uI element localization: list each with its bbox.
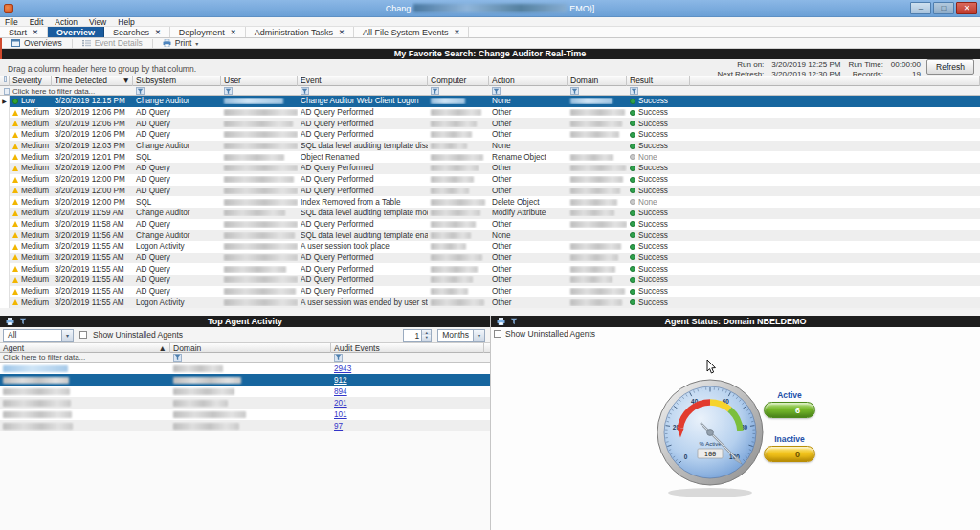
toolbar-print[interactable]: Print▾ xyxy=(157,38,205,49)
audit-events-link[interactable]: 101 xyxy=(334,410,347,419)
tab-deployment[interactable]: Deployment✕ xyxy=(170,27,246,37)
tab-close-icon[interactable]: ✕ xyxy=(155,29,161,36)
severity-cell: Low xyxy=(10,97,52,105)
minimize-button[interactable]: – xyxy=(910,2,931,14)
mouse-cursor xyxy=(706,360,720,375)
filter-funnel-icon[interactable] xyxy=(173,354,182,362)
event-row[interactable]: ▶Low3/20/2019 12:15 PMChange AuditorChan… xyxy=(0,96,980,107)
menu-view[interactable]: View xyxy=(89,17,106,27)
column-header-severity[interactable]: Severity xyxy=(10,76,52,86)
severity-label: Medium xyxy=(21,198,49,207)
tab-all-file-system-events[interactable]: All File System Events✕ xyxy=(354,27,469,37)
tab-start[interactable]: Start✕ xyxy=(0,27,48,37)
tab-label: Searches xyxy=(113,28,149,37)
period-unit-select[interactable]: Months ▾ xyxy=(437,329,485,342)
agent-row[interactable]: 894 xyxy=(0,386,490,397)
event-row[interactable]: Medium3/20/2019 11:55 AMAD QueryAD Query… xyxy=(0,263,980,275)
filter-funnel-icon[interactable] xyxy=(570,87,579,95)
column-label: Severity xyxy=(12,76,42,86)
event-row[interactable]: Medium3/20/2019 11:58 AMAD QueryAD Query… xyxy=(0,219,980,231)
redacted-user xyxy=(224,131,298,138)
tab-searches[interactable]: Searches✕ xyxy=(104,27,170,37)
tab-close-icon[interactable]: ✕ xyxy=(231,29,236,36)
event-row[interactable]: Medium3/20/2019 11:59 AMChange AuditorSQ… xyxy=(0,208,980,219)
audit-events-link[interactable]: 894 xyxy=(334,387,347,396)
agent-filter-cell xyxy=(170,354,331,362)
tab-close-icon[interactable]: ✕ xyxy=(339,29,345,36)
user-cell xyxy=(221,165,298,171)
event-row[interactable]: Medium3/20/2019 12:06 PMAD QueryAD Query… xyxy=(0,129,980,141)
column-header-domain[interactable]: Domain xyxy=(568,76,627,86)
agent-filter-hint[interactable]: Click here to filter data... xyxy=(0,353,170,362)
event-row[interactable]: Medium3/20/2019 12:03 PMChange AuditorSQ… xyxy=(0,141,980,152)
event-row[interactable]: Medium3/20/2019 11:56 AMChange AuditorSQ… xyxy=(0,230,980,241)
column-header-subsystem[interactable]: Subsystem xyxy=(133,76,221,86)
agent-scope-select[interactable]: All ▾ xyxy=(3,329,74,342)
filter-funnel-icon[interactable] xyxy=(136,87,145,95)
severity-label: Medium xyxy=(21,232,49,240)
maximize-button[interactable]: □ xyxy=(933,2,954,14)
column-header-result[interactable]: Result xyxy=(627,76,690,86)
column-header-user[interactable]: User xyxy=(221,76,298,86)
menu-action[interactable]: Action xyxy=(55,17,78,27)
event-row[interactable]: Medium3/20/2019 11:55 AMAD QueryAD Query… xyxy=(0,275,980,286)
redacted-domain xyxy=(570,165,626,171)
result-success-icon xyxy=(630,210,635,216)
refresh-button[interactable]: Refresh xyxy=(926,59,974,75)
event-row[interactable]: Medium3/20/2019 11:55 AMAD QueryAD Query… xyxy=(0,286,980,298)
audit-events-link[interactable]: 912 xyxy=(334,376,347,385)
event-row[interactable]: Medium3/20/2019 12:00 PMAD QueryAD Query… xyxy=(0,163,980,174)
chevron-down-icon[interactable]: ▾ xyxy=(61,330,73,341)
severity-medium-icon xyxy=(12,166,18,171)
toolbar-overviews[interactable]: Overviews xyxy=(6,38,68,49)
menu-edit[interactable]: Edit xyxy=(30,17,44,27)
menu-help[interactable]: Help xyxy=(118,17,134,27)
event-row[interactable]: Medium3/20/2019 11:55 AMLogon ActivityA … xyxy=(0,241,980,253)
filter-hint[interactable]: Click here to filter data... xyxy=(10,86,133,96)
agent-row[interactable]: 2943 xyxy=(0,363,490,374)
event-row[interactable]: Medium3/20/2019 12:01 PMSQLObject Rename… xyxy=(0,151,980,163)
audit-events-link[interactable]: 97 xyxy=(334,422,343,431)
event-row[interactable]: Medium3/20/2019 12:06 PMAD QueryAD Query… xyxy=(0,107,980,119)
column-header-computer[interactable]: Computer xyxy=(428,76,489,86)
event-row[interactable]: Medium3/20/2019 12:00 PMAD QueryAD Query… xyxy=(0,186,980,197)
filter-funnel-icon[interactable] xyxy=(431,87,439,95)
agent-row[interactable]: 97 xyxy=(0,420,490,431)
filter-funnel-icon[interactable] xyxy=(301,87,309,95)
filter-funnel-icon[interactable] xyxy=(224,87,233,95)
audit-events-link[interactable]: 201 xyxy=(334,399,347,408)
agent-filter-row[interactable]: Click here to filter data... xyxy=(0,353,490,363)
close-button[interactable]: ✕ xyxy=(956,2,977,14)
filter-funnel-icon[interactable] xyxy=(630,87,638,95)
result-cell: Success xyxy=(627,130,690,139)
tab-administration-tasks[interactable]: Administration Tasks✕ xyxy=(246,27,354,37)
tab-close-icon[interactable]: ✕ xyxy=(455,29,460,36)
agent-row[interactable]: 201 xyxy=(0,397,490,409)
filter-funnel-icon[interactable] xyxy=(334,354,343,362)
column-header-event[interactable]: Event xyxy=(298,76,428,86)
column-header-time-detected[interactable]: Time Detected▼ xyxy=(52,76,133,86)
show-uninstalled-checkbox[interactable] xyxy=(494,330,501,338)
event-row[interactable]: Medium3/20/2019 11:55 AMLogon ActivityA … xyxy=(0,297,980,308)
agent-row[interactable]: 101 xyxy=(0,409,490,420)
chevron-down-icon[interactable]: ▾ xyxy=(473,330,484,341)
menu-file[interactable]: File xyxy=(5,17,18,27)
event-row[interactable]: Medium3/20/2019 11:55 AMAD QueryAD Query… xyxy=(0,253,980,264)
event-row[interactable]: Medium3/20/2019 12:00 PMSQLIndex Removed… xyxy=(0,196,980,208)
show-uninstalled-checkbox[interactable] xyxy=(79,331,87,339)
event-row[interactable]: Medium3/20/2019 12:00 PMAD QueryAD Query… xyxy=(0,174,980,186)
tab-close-icon[interactable]: ✕ xyxy=(33,29,38,36)
period-value-spinner[interactable]: 1 ▲ ▼ xyxy=(403,329,432,342)
toolbar-event-details[interactable]: Event Details xyxy=(77,38,148,49)
severity-label: Medium xyxy=(21,108,49,117)
redacted-domain xyxy=(570,199,617,206)
filter-funnel-icon[interactable] xyxy=(492,87,501,95)
agent-row[interactable]: 912 xyxy=(0,374,490,386)
tab-overview[interactable]: Overview xyxy=(48,27,104,37)
audit-events-link[interactable]: 2943 xyxy=(334,364,351,373)
redacted-domain xyxy=(173,400,228,407)
column-header-action[interactable]: Action xyxy=(489,76,568,86)
event-row[interactable]: Medium3/20/2019 12:06 PMAD QueryAD Query… xyxy=(0,118,980,129)
grid-filter-row[interactable]: Click here to filter data... xyxy=(0,86,980,96)
spinner-down-icon[interactable]: ▼ xyxy=(422,335,431,341)
